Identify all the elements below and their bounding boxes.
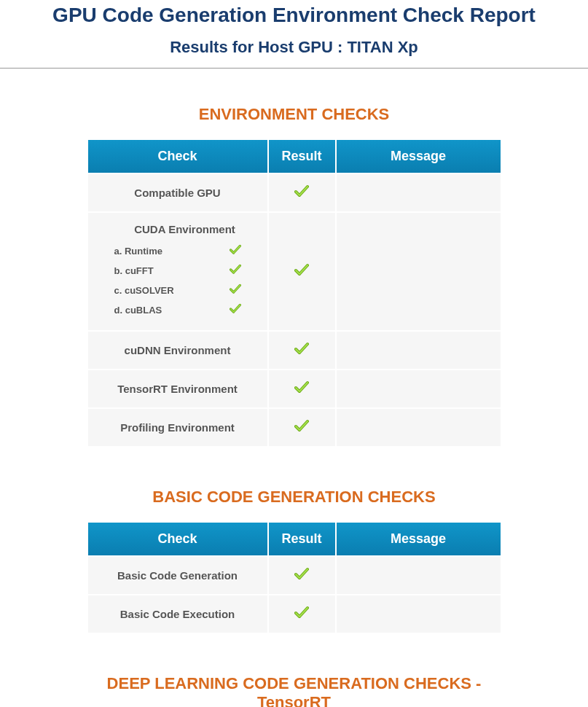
check-label: cuDNN Environment: [88, 332, 267, 369]
checkmark-icon: [294, 263, 309, 280]
sub-row: d. cuBLAS: [110, 300, 260, 320]
check-message: [337, 557, 501, 594]
table-row: CUDA Environment a. Runtime b. cuFFT: [88, 213, 501, 330]
sub-row: b. cuFFT: [110, 261, 260, 281]
results-table: Check Result Message Compatible GPU CUDA…: [87, 138, 502, 448]
checkmark-icon: [294, 567, 309, 584]
checkmark-icon: [230, 264, 241, 278]
check-label: Compatible GPU: [88, 174, 267, 211]
checkmark-icon: [230, 244, 241, 258]
section-title: DEEP LEARNING CODE GENERATION CHECKS - T…: [87, 674, 502, 707]
col-header-check: Check: [88, 523, 267, 555]
checkmark-icon: [294, 342, 309, 359]
report-header: GPU Code Generation Environment Check Re…: [0, 0, 588, 69]
results-table: Check Result Message Basic Code Generati…: [87, 521, 502, 634]
col-header-message: Message: [337, 523, 501, 555]
table-row: Basic Code Execution: [88, 595, 501, 633]
check-result: [269, 557, 335, 594]
table-row: TensorRT Environment: [88, 370, 501, 407]
check-label-cuda: CUDA Environment a. Runtime b. cuFFT: [88, 213, 267, 330]
sub-label: a. Runtime: [110, 241, 226, 261]
check-label: Profiling Environment: [88, 409, 267, 446]
sub-row: a. Runtime: [110, 241, 260, 261]
check-result: [269, 332, 335, 369]
check-result: [269, 409, 335, 446]
check-message: [337, 174, 501, 211]
col-header-message: Message: [337, 140, 501, 173]
checkmark-icon: [294, 606, 309, 622]
cuda-environment-label: CUDA Environment: [134, 223, 235, 235]
report-content: ENVIRONMENT CHECKS Check Result Message …: [87, 69, 502, 707]
check-message: [337, 409, 501, 446]
col-header-result: Result: [269, 140, 335, 173]
check-message: [337, 370, 501, 407]
check-message: [337, 595, 501, 633]
checkmark-icon: [294, 419, 309, 436]
checkmark-icon: [294, 184, 309, 201]
check-result: [269, 370, 335, 407]
check-result: [269, 595, 335, 633]
check-label: TensorRT Environment: [88, 370, 267, 407]
check-message: [337, 332, 501, 369]
page-subtitle: Results for Host GPU : TITAN Xp: [0, 38, 588, 57]
sub-row: c. cuSOLVER: [110, 281, 260, 300]
sub-result: [225, 261, 259, 281]
check-result: [269, 174, 335, 211]
section-basic-code-gen: BASIC CODE GENERATION CHECKS Check Resul…: [87, 488, 502, 634]
table-row: cuDNN Environment: [88, 332, 501, 369]
table-row: Profiling Environment: [88, 409, 501, 446]
check-label: Basic Code Generation: [88, 557, 267, 594]
check-result: [269, 213, 335, 330]
checkmark-icon: [230, 284, 241, 297]
page-title: GPU Code Generation Environment Check Re…: [0, 4, 588, 27]
section-environment-checks: ENVIRONMENT CHECKS Check Result Message …: [87, 105, 502, 448]
checkmark-icon: [230, 303, 241, 317]
sub-label: d. cuBLAS: [110, 300, 226, 320]
col-header-result: Result: [269, 523, 335, 555]
section-title: ENVIRONMENT CHECKS: [87, 105, 502, 124]
check-message: [337, 213, 501, 330]
col-header-check: Check: [88, 140, 267, 173]
subitems-table: a. Runtime b. cuFFT c. cuSOLVER: [110, 241, 260, 320]
sub-label: b. cuFFT: [110, 261, 226, 281]
sub-label: c. cuSOLVER: [110, 281, 226, 300]
check-label: Basic Code Execution: [88, 595, 267, 633]
table-row: Basic Code Generation: [88, 557, 501, 594]
section-title: BASIC CODE GENERATION CHECKS: [87, 488, 502, 507]
table-row: Compatible GPU: [88, 174, 501, 211]
sub-result: [225, 241, 259, 261]
section-deep-learning-tensorrt: DEEP LEARNING CODE GENERATION CHECKS - T…: [87, 674, 502, 707]
sub-result: [225, 281, 259, 300]
checkmark-icon: [294, 380, 309, 397]
sub-result: [225, 300, 259, 320]
